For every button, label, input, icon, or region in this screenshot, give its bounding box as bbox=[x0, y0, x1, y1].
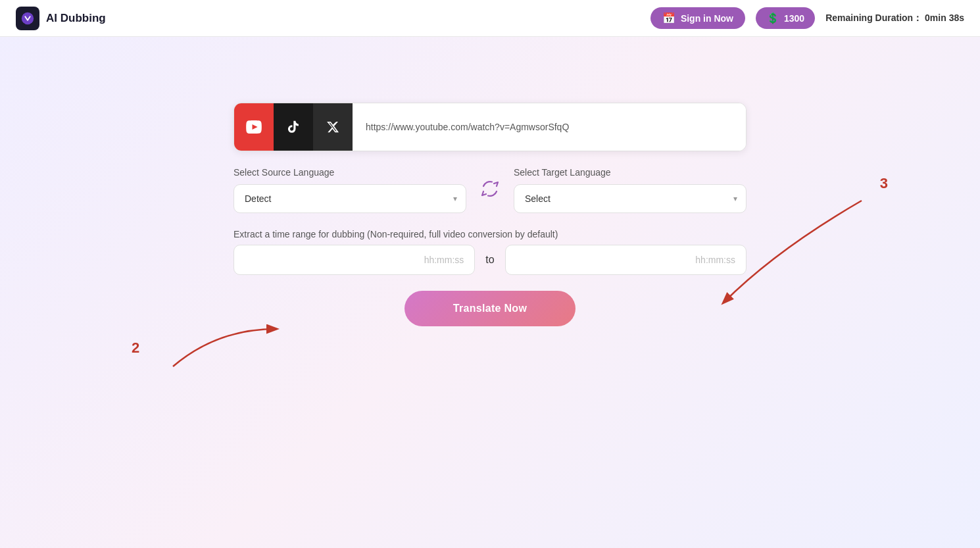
annotation-number-3: 3 bbox=[880, 175, 888, 192]
app-title: AI Dubbing bbox=[46, 12, 106, 25]
remaining-duration: Remaining Duration： 0min 38s bbox=[825, 12, 964, 24]
header-actions: 📅 Sign in Now 💲 1300 Remaining Duration：… bbox=[650, 7, 964, 29]
url-input-row bbox=[233, 103, 747, 151]
source-language-select-wrapper: Detect English Chinese Spanish French Ge… bbox=[233, 184, 466, 213]
time-from-input[interactable] bbox=[233, 245, 475, 275]
language-row: Select Source Language Detect English Ch… bbox=[233, 167, 747, 213]
calendar-icon: 📅 bbox=[662, 12, 675, 24]
credits-badge: 💲 1300 bbox=[756, 7, 815, 29]
swap-icon-wrapper bbox=[466, 175, 514, 205]
source-language-select[interactable]: Detect English Chinese Spanish French Ge… bbox=[233, 184, 466, 213]
logo-group: AI Dubbing bbox=[16, 7, 106, 30]
content-card: Select Source Language Detect English Ch… bbox=[233, 103, 747, 326]
source-language-label: Select Source Language bbox=[233, 167, 466, 178]
to-label: to bbox=[485, 254, 494, 266]
twitter-x-icon[interactable] bbox=[313, 103, 353, 151]
platform-icons-group bbox=[234, 103, 353, 151]
target-language-select[interactable]: Select English Chinese Spanish French Ge… bbox=[514, 184, 747, 213]
tiktok-icon[interactable] bbox=[274, 103, 313, 151]
annotation-number-2: 2 bbox=[132, 339, 139, 357]
translate-now-button[interactable]: Translate Now bbox=[404, 291, 576, 326]
swap-languages-icon[interactable] bbox=[476, 175, 504, 203]
time-range-row: to bbox=[233, 245, 747, 275]
svg-point-0 bbox=[22, 12, 34, 24]
sign-in-button[interactable]: 📅 Sign in Now bbox=[650, 7, 745, 29]
dollar-icon: 💲 bbox=[766, 12, 779, 24]
header: AI Dubbing 📅 Sign in Now 💲 1300 Remainin… bbox=[0, 0, 980, 37]
target-language-select-wrapper: Select English Chinese Spanish French Ge… bbox=[514, 184, 747, 213]
time-range-section: Extract a time range for dubbing (Non-re… bbox=[233, 229, 747, 275]
target-language-col: Select Target Language Select English Ch… bbox=[514, 167, 747, 213]
time-to-input[interactable] bbox=[505, 245, 747, 275]
youtube-icon[interactable] bbox=[234, 103, 274, 151]
url-input[interactable] bbox=[353, 103, 746, 151]
main-content: Select Source Language Detect English Ch… bbox=[0, 37, 980, 326]
app-logo-icon bbox=[16, 7, 39, 30]
time-range-label: Extract a time range for dubbing (Non-re… bbox=[233, 229, 747, 239]
credits-value: 1300 bbox=[784, 13, 804, 24]
source-language-col: Select Source Language Detect English Ch… bbox=[233, 167, 466, 213]
target-language-label: Select Target Language bbox=[514, 167, 747, 178]
